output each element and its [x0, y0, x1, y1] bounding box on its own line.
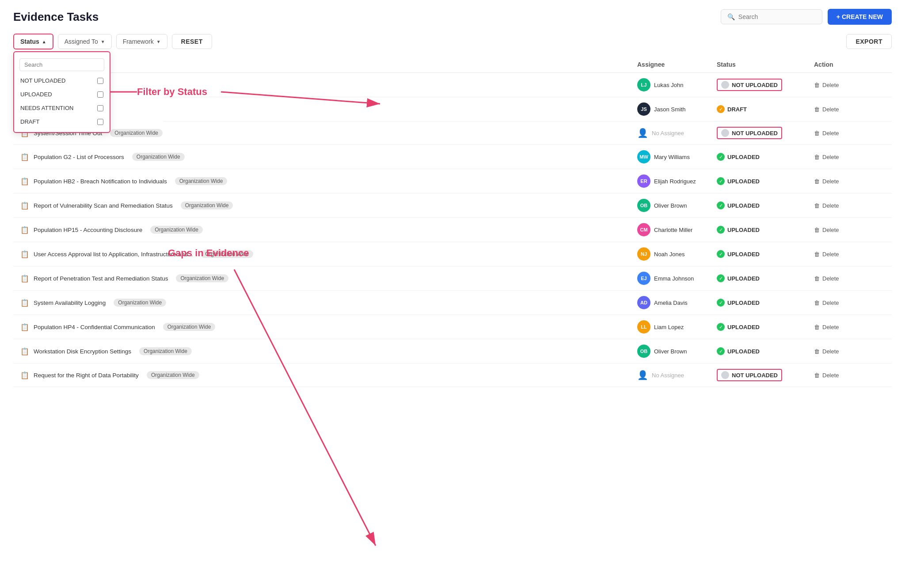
delete-label[interactable]: Delete — [822, 202, 839, 209]
status-label: NOT UPLOADED — [732, 130, 778, 137]
org-badge: Organization Wide — [163, 323, 216, 331]
status-dropdown: NOT UPLOADED UPLOADED NEEDS ATTENTION DR… — [13, 51, 110, 133]
dropdown-search-input[interactable] — [19, 58, 104, 71]
dropdown-checkbox-not-uploaded[interactable] — [97, 78, 103, 84]
check-icon: ✓ — [719, 203, 723, 209]
status-label: UPLOADED — [727, 227, 760, 233]
status-cell: ✓UPLOADED — [717, 177, 814, 185]
dropdown-item-not-uploaded[interactable]: NOT UPLOADED — [14, 74, 110, 87]
delete-label[interactable]: Delete — [822, 227, 839, 233]
dropdown-checkbox-uploaded[interactable] — [97, 91, 103, 98]
status-cell: ✓UPLOADED — [717, 226, 814, 234]
dropdown-checkbox-draft[interactable] — [97, 119, 103, 125]
table-row: 📋 Population HP15 - Accounting Disclosur… — [13, 218, 892, 242]
status-cell: ✓UPLOADED — [717, 153, 814, 161]
task-name: User Access Approval list to Application… — [34, 251, 193, 258]
action-cell[interactable]: 🗑 Delete — [814, 106, 885, 113]
dropdown-item-draft[interactable]: DRAFT — [14, 115, 110, 129]
status-dot: ✓ — [717, 226, 725, 234]
assignee-cell: MWMary Williams — [637, 150, 717, 163]
delete-icon: 🗑 — [814, 300, 820, 306]
check-icon: ✓ — [719, 106, 723, 112]
dropdown-item-needs-attention[interactable]: NEEDS ATTENTION — [14, 101, 110, 115]
check-icon: ✓ — [719, 300, 723, 306]
no-assignee-icon: 👤 — [637, 370, 648, 380]
action-cell[interactable]: 🗑 Delete — [814, 251, 885, 258]
filter-bar: Status ▲ NOT UPLOADED UPLOADED — [13, 34, 892, 49]
table-row: 📋 Population HB2 - Breach Notification t… — [13, 169, 892, 193]
delete-label[interactable]: Delete — [822, 251, 839, 258]
assignee-name: No Assignee — [652, 372, 684, 379]
search-input[interactable] — [738, 13, 816, 20]
header-actions: 🔍 + CREATE NEW — [721, 9, 892, 25]
delete-label[interactable]: Delete — [822, 275, 839, 282]
action-cell[interactable]: 🗑 Delete — [814, 130, 885, 137]
delete-label[interactable]: Delete — [822, 300, 839, 306]
avatar: OB — [637, 345, 650, 358]
framework-label: Framework — [123, 38, 154, 45]
task-icon: 📋 — [20, 347, 29, 356]
task-cell: 📋 System/Session Time Out Organization W… — [20, 129, 637, 137]
assignee-cell: LLLiam Lopez — [637, 320, 717, 334]
reset-button[interactable]: RESET — [172, 34, 212, 49]
status-dot: ✓ — [717, 323, 725, 331]
action-cell[interactable]: 🗑 Delete — [814, 82, 885, 88]
status-label: UPLOADED — [727, 202, 760, 209]
table-row: 📋 System/Session Time Out Organization W… — [13, 121, 892, 145]
delete-icon: 🗑 — [814, 372, 820, 379]
delete-label[interactable]: Delete — [822, 82, 839, 88]
dropdown-item-uploaded[interactable]: UPLOADED — [14, 87, 110, 101]
action-cell[interactable]: 🗑 Delete — [814, 227, 885, 233]
check-icon: ✓ — [719, 251, 723, 257]
status-label: NOT UPLOADED — [732, 82, 778, 88]
task-icon: 📋 — [20, 177, 29, 186]
delete-label[interactable]: Delete — [822, 154, 839, 160]
action-cell[interactable]: 🗑 Delete — [814, 300, 885, 306]
action-cell[interactable]: 🗑 Delete — [814, 324, 885, 330]
task-icon: 📋 — [20, 250, 29, 258]
delete-label[interactable]: Delete — [822, 372, 839, 379]
search-icon: 🔍 — [727, 13, 735, 20]
action-cell[interactable]: 🗑 Delete — [814, 275, 885, 282]
task-cell: 📋 Population HP15 - Accounting Disclosur… — [20, 226, 637, 234]
check-icon: ✓ — [719, 349, 723, 354]
status-filter-button[interactable]: Status ▲ — [13, 34, 53, 49]
task-icon: 📋 — [20, 153, 29, 161]
avatar: OB — [637, 199, 650, 212]
delete-label[interactable]: Delete — [822, 106, 839, 113]
chevron-down-icon-2: ▼ — [156, 39, 161, 44]
assigned-to-filter-button[interactable]: Assigned To ▼ — [58, 34, 112, 49]
org-badge: Organization Wide — [201, 250, 253, 258]
status-dot — [721, 81, 729, 89]
status-dot: ✓ — [717, 299, 725, 307]
dropdown-checkbox-needs-attention[interactable] — [97, 105, 103, 111]
action-cell[interactable]: 🗑 Delete — [814, 372, 885, 379]
task-name: Request for the Right of Data Portabilit… — [34, 372, 139, 379]
action-cell[interactable]: 🗑 Delete — [814, 154, 885, 160]
action-cell[interactable]: 🗑 Delete — [814, 348, 885, 355]
export-button[interactable]: EXPORT — [846, 34, 892, 49]
task-icon: 📋 — [20, 323, 29, 331]
status-dot: ✓ — [717, 177, 725, 185]
status-dot: ✓ — [717, 347, 725, 355]
status-cell: ✓UPLOADED — [717, 274, 814, 282]
assignee-cell: ERElijah Rodriguez — [637, 175, 717, 188]
assignee-cell: EJEmma Johnson — [637, 272, 717, 285]
action-cell[interactable]: 🗑 Delete — [814, 178, 885, 185]
search-box[interactable]: 🔍 — [721, 9, 822, 24]
action-cell[interactable]: 🗑 Delete — [814, 202, 885, 209]
no-assignee-icon: 👤 — [637, 128, 648, 138]
delete-label[interactable]: Delete — [822, 324, 839, 330]
framework-filter-button[interactable]: Framework ▼ — [116, 34, 167, 49]
assignee-cell: OBOliver Brown — [637, 199, 717, 212]
delete-label[interactable]: Delete — [822, 348, 839, 355]
delete-icon: 🗑 — [814, 275, 820, 282]
delete-label[interactable]: Delete — [822, 178, 839, 185]
org-badge: Organization Wide — [110, 129, 163, 137]
table-row: 📋 Population HP4 - Confidential Communic… — [13, 315, 892, 339]
delete-label[interactable]: Delete — [822, 130, 839, 137]
create-new-button[interactable]: + CREATE NEW — [828, 9, 892, 25]
status-dot: ✓ — [717, 250, 725, 258]
status-filter-label: Status — [20, 38, 39, 45]
task-name: System Availability Logging — [34, 300, 106, 306]
